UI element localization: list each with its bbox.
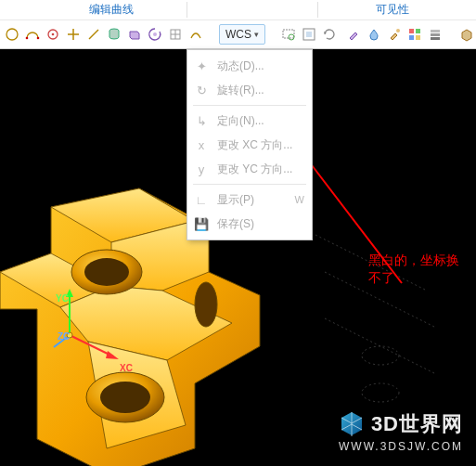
orient-icon: ↳	[193, 112, 210, 129]
yc-icon: y	[193, 161, 210, 177]
svg-rect-22	[431, 30, 440, 32]
save-icon: 💾	[193, 215, 210, 232]
svg-point-9	[153, 32, 157, 36]
ribbon-group-visibility[interactable]: 可见性	[318, 2, 468, 18]
svg-point-31	[195, 282, 217, 327]
svg-line-40	[70, 335, 113, 356]
svg-point-2	[37, 37, 40, 40]
watermark-url: WWW.3DSJW.COM	[338, 440, 463, 453]
svg-rect-23	[431, 33, 440, 36]
menu-separator	[193, 105, 306, 106]
svg-point-37	[362, 383, 399, 402]
svg-rect-21	[416, 35, 420, 40]
tool-paint-icon[interactable]	[345, 24, 362, 45]
show-icon: ∟	[193, 191, 210, 208]
svg-rect-20	[409, 35, 414, 40]
menu-item-change-yc[interactable]: y更改 YC 方向...	[187, 157, 312, 181]
axes-icon: ✦	[193, 58, 210, 74]
tool-cube-a-icon[interactable]	[458, 24, 475, 45]
svg-rect-18	[409, 29, 414, 33]
menu-separator	[193, 184, 306, 185]
menu-item-save[interactable]: 💾保存(S)	[187, 212, 312, 236]
axis-yc-label: YC	[56, 293, 69, 304]
ribbon-separator	[187, 2, 187, 18]
svg-point-17	[396, 29, 400, 32]
axis-zc-label: ZC	[58, 331, 70, 342]
menu-item-rotate[interactable]: ↻旋转(R)...	[187, 78, 312, 102]
svg-point-35	[100, 382, 150, 413]
tool-plus-icon[interactable]	[65, 24, 82, 45]
tool-arc-icon[interactable]	[24, 24, 41, 45]
menu-item-show[interactable]: ∟显示(P)W	[187, 188, 312, 212]
svg-rect-24	[431, 37, 440, 40]
tool-lattice-icon[interactable]	[167, 24, 184, 45]
tool-sweep-icon[interactable]	[187, 24, 204, 45]
tool-droplet-icon[interactable]	[366, 24, 382, 45]
axis-xc-label: XC	[120, 363, 133, 373]
xc-icon: x	[193, 136, 210, 153]
watermark: 3D世界网 WWW.3DSJW.COM	[338, 410, 463, 453]
chevron-down-icon: ▾	[254, 30, 259, 39]
ribbon-group-edit-curve[interactable]: 编辑曲线	[37, 2, 187, 18]
tool-palette-icon[interactable]	[406, 24, 423, 45]
svg-marker-41	[106, 351, 119, 359]
watermark-logo-icon	[338, 410, 366, 438]
tool-fit-all-icon[interactable]	[301, 24, 317, 45]
tool-cylinder-icon[interactable]	[106, 24, 122, 45]
svg-point-14	[289, 34, 294, 40]
wcs-dropdown-menu: ✦动态(D)... ↻旋转(R)... ↳定向(N)... x更改 XC 方向.…	[187, 49, 313, 240]
tool-line-icon[interactable]	[85, 24, 102, 45]
tool-rotate-view-icon[interactable]	[321, 24, 338, 45]
svg-point-4	[52, 33, 55, 36]
rotate-icon: ↻	[193, 82, 210, 98]
tool-brush-icon[interactable]	[386, 24, 403, 45]
menu-item-dynamic[interactable]: ✦动态(D)...	[187, 54, 312, 78]
tool-revolve-icon[interactable]	[147, 24, 163, 45]
wcs-dropdown-button[interactable]: WCS ▾	[219, 24, 265, 45]
tool-layers-icon[interactable]	[427, 24, 444, 45]
svg-point-0	[6, 29, 18, 40]
watermark-title: 3D世界网	[371, 410, 463, 438]
tool-extrude-icon[interactable]	[126, 24, 143, 45]
tool-center-icon[interactable]	[45, 24, 61, 45]
svg-point-33	[84, 258, 129, 286]
wcs-label: WCS	[225, 28, 251, 41]
annotation-text: 黑白的，坐标换 不了	[368, 252, 459, 287]
menu-item-change-xc[interactable]: x更改 XC 方向...	[187, 133, 312, 157]
toolbar: WCS ▾	[0, 20, 476, 49]
tool-zoom-window-icon[interactable]	[280, 24, 297, 45]
menu-item-orient[interactable]: ↳定向(N)...	[187, 109, 312, 133]
tool-circle-icon[interactable]	[4, 24, 20, 45]
svg-point-36	[362, 346, 399, 365]
ribbon-group-labels: 编辑曲线 可见性	[0, 0, 476, 20]
svg-rect-19	[416, 29, 420, 33]
svg-line-7	[89, 30, 98, 39]
svg-point-1	[26, 37, 29, 40]
svg-rect-16	[306, 32, 312, 37]
